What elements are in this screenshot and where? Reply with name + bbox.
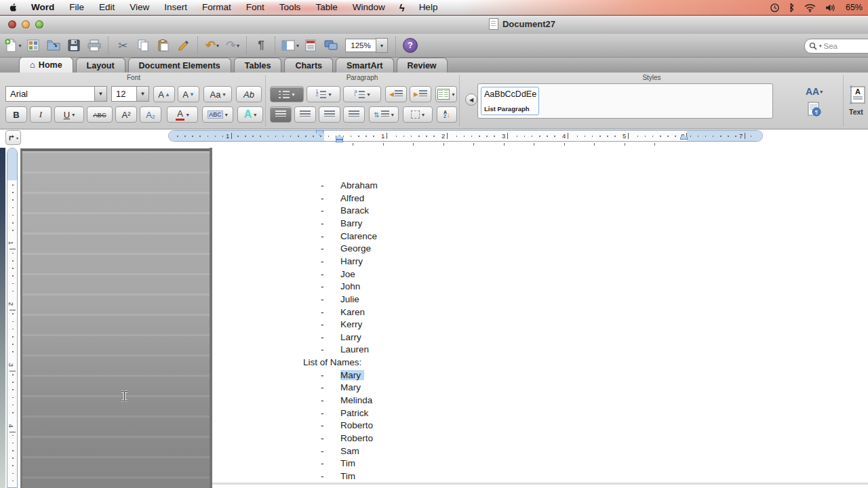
menu-view[interactable]: View	[122, 0, 157, 15]
list-item[interactable]: -Barack	[212, 205, 619, 218]
list-item[interactable]: -Barry	[212, 218, 619, 231]
menu-table[interactable]: Table	[308, 0, 344, 15]
list-item[interactable]: -Mary	[212, 370, 619, 383]
list-item[interactable]: -Abraham	[212, 180, 619, 193]
list-item[interactable]: -Patrick	[212, 408, 619, 421]
menu-word[interactable]: Word	[24, 0, 62, 15]
list-item[interactable]: -Roberto	[212, 420, 619, 433]
apple-menu-icon[interactable]	[8, 3, 18, 13]
undo-button[interactable]: ↶▾	[203, 37, 221, 54]
highlight-button[interactable]: ABC▾	[202, 106, 233, 123]
list-item[interactable]: -Melinda	[212, 395, 619, 408]
list-item[interactable]: -Tim	[212, 458, 619, 471]
copy-button[interactable]	[134, 37, 152, 54]
font-color-button[interactable]: A▾	[167, 106, 198, 123]
zoom-dropdown[interactable]: ▼	[376, 38, 388, 53]
font-name-value[interactable]: Arial	[5, 86, 94, 102]
bold-button[interactable]: B	[5, 106, 27, 123]
view-layout-button[interactable]: ▾	[281, 37, 299, 54]
left-indent-marker[interactable]	[336, 140, 343, 142]
menu-file[interactable]: File	[62, 0, 92, 15]
align-left-button[interactable]	[270, 106, 292, 123]
menu-edit[interactable]: Edit	[92, 0, 122, 15]
chevron-down-icon[interactable]: ▼	[136, 86, 149, 102]
line-spacing-button[interactable]: ⇅▾	[369, 106, 399, 123]
subscript-button[interactable]: A₂	[140, 106, 161, 123]
grow-font-button[interactable]: A▲	[153, 86, 175, 102]
gallery-button[interactable]	[24, 37, 42, 54]
search-field[interactable]: ▾ Sea	[804, 39, 868, 54]
tab-review[interactable]: Review	[397, 58, 448, 73]
list-item[interactable]: -Clarence	[212, 231, 619, 244]
search-scope-arrow[interactable]: ▾	[819, 43, 822, 49]
multilevel-list-button[interactable]: ai▾	[343, 86, 381, 102]
close-button[interactable]	[8, 20, 16, 28]
menu-font[interactable]: Font	[239, 0, 272, 15]
save-button[interactable]	[65, 37, 83, 54]
change-case-button[interactable]: Aa▾	[203, 86, 232, 102]
print-button[interactable]	[85, 37, 103, 54]
styles-pane-button[interactable]: ¶	[807, 101, 822, 120]
list-item[interactable]: -Lauren	[212, 344, 619, 357]
time-machine-icon[interactable]	[770, 3, 780, 13]
decrease-indent-button[interactable]: ◀	[385, 86, 407, 102]
menu-window[interactable]: Window	[345, 0, 393, 15]
font-size-value[interactable]: 12	[111, 86, 136, 102]
format-painter-button[interactable]	[175, 37, 193, 54]
underline-button[interactable]: U▾	[54, 106, 84, 123]
tab-stop-selector[interactable]: ▾	[5, 130, 21, 145]
italic-button[interactable]: I	[30, 106, 52, 123]
menu-tools[interactable]: Tools	[272, 0, 309, 15]
redo-button[interactable]: ↷▾	[224, 37, 241, 54]
font-name-combo[interactable]: Arial ▼	[5, 86, 107, 102]
minimize-button[interactable]	[22, 20, 30, 28]
change-styles-button[interactable]: AA▾	[806, 86, 823, 97]
numbering-button[interactable]: 12▾	[307, 86, 340, 102]
vertical-ruler[interactable]: 1234	[7, 148, 18, 488]
horizontal-ruler[interactable]: 11234567	[168, 130, 763, 142]
menu-help[interactable]: Help	[412, 0, 446, 15]
list-item[interactable]: -Sam	[212, 446, 619, 459]
shrink-font-button[interactable]: A▼	[178, 86, 199, 102]
menu-format[interactable]: Format	[195, 0, 239, 15]
strikethrough-button[interactable]: ABC	[87, 106, 113, 123]
search-input[interactable]: Sea	[824, 42, 837, 50]
battery-percent[interactable]: 65%	[846, 3, 863, 12]
styles-scroll-left-button[interactable]: ◀	[465, 94, 477, 106]
zoom-window-button[interactable]	[35, 20, 43, 28]
help-button[interactable]: ?	[403, 38, 418, 53]
styles-gallery[interactable]: AaBbCcDdEe List Paragraph	[477, 83, 773, 119]
menu-insert[interactable]: Insert	[157, 0, 195, 15]
list-item[interactable]: -Kerry	[212, 319, 619, 332]
list-item[interactable]: -Larry	[212, 332, 619, 345]
columns-button[interactable]: ▾	[435, 86, 457, 102]
list-item[interactable]: -Harry	[212, 256, 619, 269]
volume-icon[interactable]	[825, 3, 836, 12]
font-size-combo[interactable]: 12 ▼	[111, 86, 149, 102]
tab-tables[interactable]: Tables	[234, 58, 282, 73]
tab-layout[interactable]: Layout	[76, 58, 125, 73]
new-document-button[interactable]: ▾	[4, 37, 22, 54]
wifi-icon[interactable]	[804, 3, 816, 12]
clear-formatting-button[interactable]: Ab	[236, 86, 262, 102]
increase-indent-button[interactable]: ▶	[410, 86, 431, 102]
document-heading[interactable]: List of Names:	[303, 357, 710, 370]
list-item[interactable]: -Julie	[212, 294, 619, 307]
list-item[interactable]: -Joe	[212, 269, 619, 282]
document-map-button[interactable]	[302, 37, 319, 54]
borders-button[interactable]: ▾	[403, 106, 433, 123]
sort-button[interactable]: AZ↓	[437, 106, 457, 123]
tab-charts[interactable]: Charts	[284, 58, 333, 73]
applescript-menu-icon[interactable]: ϟ	[393, 2, 412, 14]
list-item[interactable]: -Karen	[212, 307, 619, 320]
text-box-button[interactable]: A	[849, 85, 867, 108]
document-proxy-icon[interactable]	[489, 18, 498, 30]
paste-button[interactable]	[155, 37, 172, 54]
show-formatting-marks-button[interactable]: ¶	[252, 37, 270, 54]
tab-smartart[interactable]: SmartArt	[336, 58, 394, 73]
tab-document-elements[interactable]: Document Elements	[128, 58, 231, 73]
list-item[interactable]: -George	[212, 243, 619, 256]
align-center-button[interactable]	[294, 106, 316, 123]
text-effects-button[interactable]: A▾	[237, 106, 263, 123]
show-windows-button[interactable]	[322, 37, 340, 54]
